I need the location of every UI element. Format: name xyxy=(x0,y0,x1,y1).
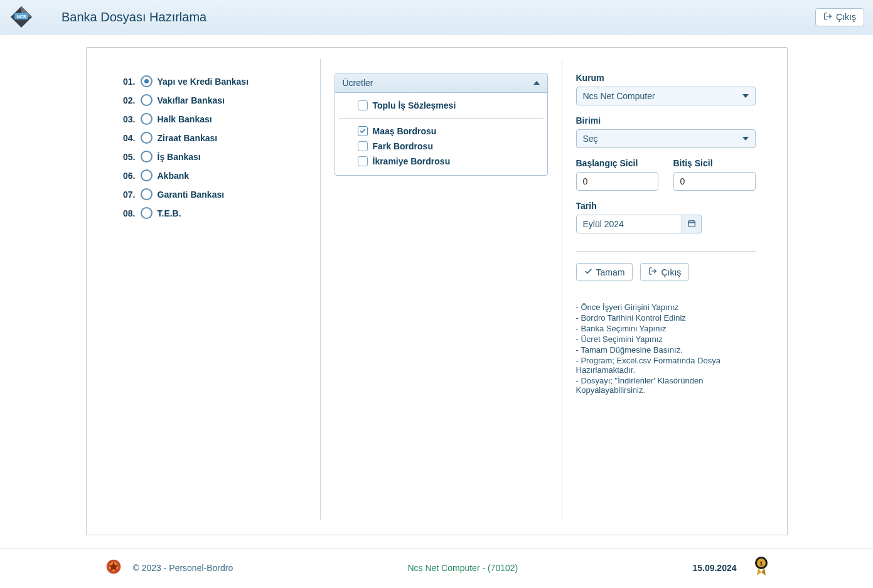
kurum-select[interactable]: Ncs Net Computer xyxy=(576,87,756,105)
bitis-sicil-input[interactable] xyxy=(673,172,756,191)
kurum-label: Kurum xyxy=(576,73,756,83)
bank-label: Yapı ve Kredi Bankası xyxy=(158,77,249,87)
bank-radio-item[interactable]: 08.T.E.B. xyxy=(118,207,306,219)
svg-text:1: 1 xyxy=(759,560,763,567)
radio-icon xyxy=(141,75,153,87)
checkbox-icon xyxy=(358,100,368,110)
kurum-value: Ncs Net Computer xyxy=(583,91,655,101)
svg-text:NCS: NCS xyxy=(17,14,26,19)
bank-label: T.E.B. xyxy=(158,208,181,218)
bank-number: 06. xyxy=(118,171,136,181)
bank-label: Halk Bankası xyxy=(158,114,212,124)
bank-list: 01.Yapı ve Kredi Bankası02.Vakıflar Bank… xyxy=(118,75,306,219)
bank-radio-item[interactable]: 03.Halk Bankası xyxy=(118,113,306,125)
check-icon xyxy=(584,267,592,277)
bank-number: 07. xyxy=(118,190,136,200)
info-line: - Ücret Seçimini Yapınız xyxy=(576,334,756,344)
radio-icon xyxy=(141,94,153,106)
bank-radio-item[interactable]: 06.Akbank xyxy=(118,169,306,181)
info-line: - Dosyayı; "İndirlenler' Klasöründen Kop… xyxy=(576,376,756,395)
bitis-sicil-label: Bitiş Sicil xyxy=(673,158,756,168)
checkbox-item[interactable]: Toplu İş Sözleşmesi xyxy=(339,98,544,113)
footer: © 2023 - Personel-Bordro Ncs Net Compute… xyxy=(0,548,873,588)
bank-number: 04. xyxy=(118,133,136,143)
info-line: - Önce İşyeri Girişini Yapınız xyxy=(576,302,756,312)
checkbox-label: İkramiye Bordrosu xyxy=(373,156,451,166)
radio-icon xyxy=(141,169,153,181)
info-line: - Banka Seçimini Yapınız xyxy=(576,324,756,333)
info-line: - Program; Excel.csv Formatında Dosya Ha… xyxy=(576,356,756,375)
page-title: Banka Dosyası Hazırlama xyxy=(62,10,206,24)
form-exit-button[interactable]: Çıkış xyxy=(640,263,689,281)
radio-icon xyxy=(141,188,153,200)
main-card: 01.Yapı ve Kredi Bankası02.Vakıflar Bank… xyxy=(86,47,788,535)
logout-icon xyxy=(823,12,832,23)
radio-icon xyxy=(141,132,153,144)
info-line: - Tamam Düğmesine Basınız. xyxy=(576,345,756,355)
baslangic-sicil-input[interactable] xyxy=(576,172,658,191)
tarih-calendar-button[interactable] xyxy=(682,215,702,233)
bank-number: 03. xyxy=(118,114,136,124)
bank-number: 05. xyxy=(118,152,136,162)
checkbox-item[interactable]: Maaş Bordrosu xyxy=(339,124,544,139)
bank-number: 02. xyxy=(118,95,136,105)
checkbox-item[interactable]: İkramiye Bordrosu xyxy=(339,154,544,169)
ok-button[interactable]: Tamam xyxy=(576,263,633,281)
chevron-down-icon xyxy=(742,137,749,141)
birimi-value: Seç xyxy=(583,134,598,144)
logout-icon xyxy=(648,267,657,277)
medal-icon: 1 xyxy=(753,556,769,579)
checkbox-label: Maaş Bordrosu xyxy=(373,126,437,136)
header-exit-button[interactable]: Çıkış xyxy=(815,8,864,26)
tarih-value: Eylül 2024 xyxy=(583,219,624,229)
checkbox-icon xyxy=(358,126,368,136)
bank-radio-item[interactable]: 01.Yapı ve Kredi Bankası xyxy=(118,75,306,87)
header-exit-label: Çıkış xyxy=(836,12,856,22)
bank-radio-item[interactable]: 04.Ziraat Bankası xyxy=(118,132,306,144)
radio-icon xyxy=(141,113,153,125)
radio-icon xyxy=(141,207,153,219)
bank-label: İş Bankası xyxy=(158,152,201,162)
wages-accordion-header[interactable]: Ücretler xyxy=(335,73,547,93)
chevron-up-icon xyxy=(533,81,540,85)
bank-radio-item[interactable]: 05.İş Bankası xyxy=(118,151,306,163)
tarih-label: Tarih xyxy=(576,201,702,211)
footer-date: 15.09.2024 xyxy=(692,563,736,573)
birimi-select[interactable]: Seç xyxy=(576,129,756,148)
footer-copyright: © 2023 - Personel-Bordro xyxy=(133,563,233,573)
baslangic-sicil-label: Başlangıç Sicil xyxy=(576,158,658,168)
ok-label: Tamam xyxy=(596,267,625,277)
info-list: - Önce İşyeri Girişini Yapınız- Bordro T… xyxy=(576,302,756,395)
bank-number: 01. xyxy=(118,77,136,87)
bank-label: Garanti Bankası xyxy=(158,190,225,200)
wages-accordion-title: Ücretler xyxy=(343,78,373,88)
calendar-icon xyxy=(687,219,696,230)
info-line: - Bordro Tarihini Kontrol Ediniz xyxy=(576,313,756,323)
checkbox-icon xyxy=(358,141,368,151)
chevron-down-icon xyxy=(742,94,749,98)
bank-radio-item[interactable]: 02.Vakıflar Bankası xyxy=(118,94,306,106)
form-exit-label: Çıkış xyxy=(661,267,681,277)
app-header: NCS Banka Dosyası Hazırlama Çıkış xyxy=(0,0,873,35)
bank-label: Ziraat Bankası xyxy=(158,133,218,143)
checkbox-label: Fark Bordrosu xyxy=(373,141,433,151)
checkbox-icon xyxy=(358,156,368,166)
seal-icon xyxy=(104,557,123,578)
checkbox-item[interactable]: Fark Bordrosu xyxy=(339,139,544,154)
birimi-label: Birimi xyxy=(576,115,756,126)
app-logo: NCS xyxy=(9,4,34,29)
bank-label: Akbank xyxy=(158,171,190,181)
radio-icon xyxy=(141,151,153,163)
svg-rect-5 xyxy=(688,220,695,226)
tarih-input[interactable]: Eylül 2024 xyxy=(576,215,682,233)
wages-accordion: Ücretler Toplu İş Sözleşmesi Maaş Bordro… xyxy=(335,73,548,176)
footer-company: Ncs Net Computer - (70102) xyxy=(407,563,518,573)
bank-label: Vakıflar Bankası xyxy=(158,95,225,105)
bank-number: 08. xyxy=(118,208,136,218)
checkbox-label: Toplu İş Sözleşmesi xyxy=(373,100,456,110)
bank-radio-item[interactable]: 07.Garanti Bankası xyxy=(118,188,306,200)
